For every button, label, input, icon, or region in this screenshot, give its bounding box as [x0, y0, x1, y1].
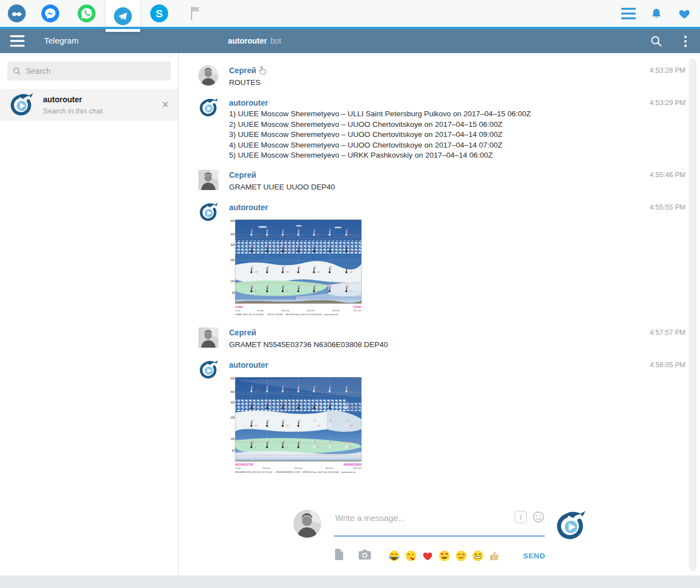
- svg-text:-29°: -29°: [349, 250, 354, 253]
- svg-text:300: 300: [230, 401, 235, 404]
- chat-more-button[interactable]: [679, 35, 692, 48]
- message: Сергей 4:53:28 PM ROUTES: [179, 65, 700, 89]
- svg-text:N5545E03736: N5545E03736: [235, 463, 253, 466]
- tab-franz[interactable]: [0, 0, 34, 27]
- notifications-button[interactable]: [649, 6, 664, 21]
- route-option: 4) UUEE Moscow Sheremetyevo – UUOO Chert…: [229, 140, 700, 151]
- tab-flag[interactable]: [178, 0, 213, 27]
- bot-avatar[interactable]: [198, 360, 218, 380]
- emoji-kiss-icon[interactable]: [405, 550, 417, 562]
- emoji-heart-eyes-icon[interactable]: [439, 550, 450, 562]
- emoji-joy-icon[interactable]: [388, 550, 400, 562]
- svg-text:403 km: 403 km: [354, 467, 362, 470]
- message-text: GRAMET UUEE UUOO DEP40: [229, 181, 700, 193]
- tab-skype[interactable]: S: [142, 0, 177, 27]
- file-icon: [334, 548, 344, 561]
- svg-text:-4°: -4°: [285, 290, 289, 292]
- cursor-hand-icon: [259, 66, 266, 77]
- bell-icon: [650, 7, 663, 20]
- attach-file-button[interactable]: [334, 548, 344, 563]
- message-author[interactable]: autorouter: [229, 361, 268, 369]
- skype-icon: S: [150, 4, 168, 22]
- camera-icon: [358, 549, 372, 560]
- bot-avatar[interactable]: [198, 98, 218, 118]
- svg-text:50: 50: [232, 449, 235, 452]
- route-option: 2) UUEE Moscow Sheremetyevo – UUOO Chert…: [229, 120, 700, 130]
- message-author[interactable]: Сергей: [229, 328, 256, 337]
- compose-user-avatar: [293, 510, 321, 538]
- route-option: 3) UUEE Moscow Sheremetyevo – UUOO Chert…: [229, 130, 700, 140]
- message-input-placeholder: Write a message...: [335, 513, 405, 523]
- bot-commands-button[interactable]: /: [515, 511, 527, 523]
- svg-text:-40°: -40°: [349, 390, 354, 392]
- svg-text:-7°: -7°: [254, 445, 258, 448]
- emoji-heart-icon[interactable]: [422, 550, 434, 562]
- message-author[interactable]: autorouter: [229, 98, 268, 107]
- autorouter-avatar: [9, 93, 34, 117]
- services-bar: S: [0, 0, 700, 27]
- emoji-blush-icon[interactable]: [455, 550, 467, 562]
- svg-text:-40°: -40°: [254, 390, 259, 392]
- message-time: 4:53:28 PM: [650, 67, 685, 74]
- app-menu-button[interactable]: [621, 6, 636, 21]
- user-avatar[interactable]: [198, 170, 218, 190]
- sidebar-chat-item-autorouter[interactable]: autorouter Search in this chat ✕: [0, 89, 178, 121]
- attach-photo-button[interactable]: [358, 549, 372, 562]
- svg-text:600: 600: [230, 220, 235, 222]
- message-author[interactable]: Сергей: [229, 170, 256, 179]
- emoji-grin-icon[interactable]: [472, 550, 484, 562]
- search-placeholder: Search: [26, 67, 50, 75]
- gramet-image-uuee-uuoo[interactable]: -40°-40°-40°-40° -29°-29°-29°-29° -16°-1…: [229, 218, 366, 317]
- svg-text:-7°: -7°: [349, 445, 353, 448]
- emoji-thumbs-up-icon[interactable]: [489, 550, 501, 562]
- gramet-image-coordinates[interactable]: -40°-40°-40°-40° -29°-29°-29°-29° -15°-1…: [229, 376, 366, 475]
- close-icon[interactable]: ✕: [161, 99, 169, 111]
- message-author[interactable]: autorouter: [229, 203, 268, 212]
- user-avatar[interactable]: [198, 65, 218, 86]
- search-icon: [13, 67, 21, 75]
- svg-text:-16°: -16°: [349, 271, 354, 273]
- message-time: 4:53:29 PM: [650, 99, 685, 107]
- svg-text:50 km: 50 km: [257, 309, 264, 312]
- chat-title-subtitle: bot: [270, 36, 281, 45]
- svg-text:200: 200: [230, 259, 235, 262]
- svg-text:251 km: 251 km: [354, 309, 362, 312]
- chat-title[interactable]: autorouterbot: [228, 36, 281, 45]
- svg-text:100 km: 100 km: [282, 309, 290, 312]
- slash-icon: /: [520, 513, 522, 521]
- svg-text:-29°: -29°: [254, 406, 259, 409]
- svg-text:-15°: -15°: [349, 424, 354, 427]
- emoji-picker-button[interactable]: [532, 511, 545, 523]
- tab-whatsapp[interactable]: [69, 0, 104, 27]
- sidebar: Search autorouter Search in this chat ✕: [0, 53, 179, 576]
- flag-icon: [187, 4, 204, 22]
- user-avatar[interactable]: [198, 328, 218, 348]
- svg-text:200 km: 200 km: [294, 467, 303, 470]
- message: Сергей 4:57:57 PM GRAMET N5545E03736 N63…: [179, 328, 700, 351]
- autorouter-logo: [555, 510, 586, 542]
- svg-text:-15°: -15°: [317, 424, 321, 427]
- bot-avatar[interactable]: [198, 202, 218, 222]
- favorites-button[interactable]: [677, 6, 692, 21]
- franz-icon: [8, 4, 26, 22]
- search-input[interactable]: Search: [7, 61, 171, 80]
- smiley-icon: [532, 511, 545, 523]
- svg-text:-40°: -40°: [254, 233, 259, 236]
- tab-messenger[interactable]: [33, 0, 68, 27]
- app-title: Telegram: [44, 36, 79, 45]
- search-icon: [650, 35, 663, 48]
- message-author[interactable]: Сергей: [229, 66, 256, 75]
- svg-text:-15°: -15°: [254, 424, 259, 427]
- svg-text:-29°: -29°: [317, 250, 321, 253]
- chat-title-name: autorouter: [228, 36, 267, 45]
- chat-scrollbar[interactable]: [689, 59, 697, 571]
- chat-search-button[interactable]: [650, 35, 663, 48]
- route-option: 5) UUEE Moscow Sheremetyevo – URKK Pashk…: [229, 150, 700, 161]
- svg-text:-40°: -40°: [317, 233, 321, 236]
- send-button[interactable]: SEND: [523, 552, 545, 560]
- sidebar-menu-button[interactable]: [10, 35, 25, 47]
- svg-text:-4°: -4°: [349, 290, 353, 292]
- footer-strip: [0, 576, 700, 588]
- message-text: ROUTES: [229, 77, 700, 89]
- message-input[interactable]: Write a message... /: [334, 509, 545, 537]
